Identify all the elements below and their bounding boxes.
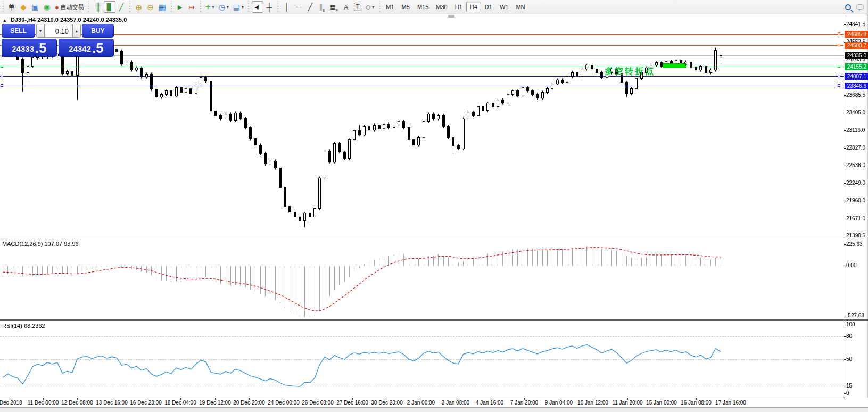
volume-increase-button[interactable]: ▲: [72, 24, 81, 38]
time-label: 2 Jan 00:00: [407, 400, 435, 406]
price-badge-23846.6: 23846.6: [845, 83, 868, 89]
price-chart-canvas[interactable]: [0, 0, 868, 412]
time-label: 12 Dec 08:00: [61, 400, 93, 406]
sell-price-pip: .5: [35, 41, 47, 55]
time-axis[interactable]: 7 Dec 201811 Dec 00:0012 Dec 08:0013 Dec…: [0, 398, 868, 407]
macd-tick-mark: [844, 316, 846, 316]
rsi-scale-label: 100: [846, 322, 868, 328]
price-badge-24685.8: 24685.8: [845, 31, 868, 38]
chart-title: ▲ DJ30-,H4 24310.0 24357.0 24240.0 24335…: [3, 17, 127, 23]
rsi-scale-label: 15: [846, 383, 868, 389]
time-label: 3 Jan 08:00: [442, 400, 469, 406]
mt4-window: 单◆▣◉●自动交易╫▊╱⊕⊖▦▶↦+▾◷▾▤▾➤┼│─╱∥E≣FAT◇▾M1M5…: [0, 0, 868, 412]
price-tick-mark: [844, 183, 846, 184]
rsi-scale-label: 50: [846, 356, 868, 362]
trade-panel: SELL ▼ ▲ BUY 24333 .5 24342 .5: [2, 24, 114, 57]
time-label: 13 Dec 16:00: [96, 400, 128, 406]
price-tick-mark: [844, 236, 846, 236]
consolidation-highlight[interactable]: [663, 63, 686, 68]
pane-separator[interactable]: [0, 238, 868, 238]
price-tick-label: 23405.0: [846, 110, 868, 116]
time-label: 20 Dec 20:00: [233, 400, 265, 406]
volume-decrease-button[interactable]: ▼: [36, 24, 45, 38]
rsi-tick-mark: [844, 336, 846, 337]
time-label: 9 Jan 04:00: [545, 400, 573, 406]
macd-tick-mark: [844, 244, 846, 245]
time-label: 18 Dec 04:00: [164, 400, 196, 406]
time-label: 7 Dec 2018: [0, 400, 22, 406]
window-splitter-handle[interactable]: [448, 15, 454, 18]
price-tick-label: 21671.0: [846, 216, 868, 222]
rsi-indicator-label: RSI(14) 68.2362: [2, 323, 45, 329]
time-label: 30 Dec 23:00: [371, 400, 403, 406]
price-tick-label: 22827.0: [846, 145, 868, 151]
buy-price[interactable]: 24342 .5: [59, 39, 114, 57]
time-label: 4 Jan 16:00: [476, 400, 503, 406]
time-label: 16 Dec 23:00: [130, 400, 162, 406]
time-label: 11 Jan 20:00: [612, 400, 642, 406]
pane-separator[interactable]: [0, 320, 868, 321]
volume-input[interactable]: [45, 24, 72, 38]
price-tick-mark: [844, 201, 846, 201]
price-tick-label: 23116.0: [846, 127, 868, 134]
price-tick-label: 24841.5: [846, 21, 868, 28]
time-label: 27 Dec 16:00: [336, 400, 368, 406]
rsi-tick-mark: [844, 393, 846, 394]
pane-separator[interactable]: [0, 237, 868, 237]
price-tick-label: 23685.5: [846, 92, 868, 98]
rsi-tick-mark: [844, 325, 846, 325]
buy-button[interactable]: BUY: [82, 24, 114, 38]
price-badge-24155.2: 24155.2: [845, 63, 868, 70]
macd-scale-label: -527.68: [846, 312, 868, 319]
price-badge-24500.7: 24500.7: [845, 42, 868, 49]
time-label: 17 Jan 16:00: [715, 400, 746, 406]
price-tick-label: 22538.0: [846, 162, 868, 169]
chart-ohlc-values: 24310.0 24357.0 24240.0 24335.0: [37, 17, 127, 23]
rsi-scale-label: 0: [846, 390, 868, 397]
collapse-icon[interactable]: ▲: [3, 18, 7, 23]
time-label: 11 Dec 00:00: [28, 400, 59, 406]
price-tick-mark: [844, 166, 846, 166]
buy-price-main: 24342: [69, 43, 91, 55]
macd-scale-label: 0.00: [846, 262, 868, 269]
time-label: 15 Jan 00:00: [646, 400, 677, 406]
time-label: 7 Jan 20:00: [510, 400, 538, 406]
sell-price[interactable]: 24333 .5: [2, 39, 57, 57]
price-badge-24007.1: 24007.1: [845, 73, 868, 80]
macd-tick-mark: [844, 266, 846, 266]
price-tick-mark: [844, 219, 846, 219]
price-tick-label: 21960.0: [846, 197, 868, 204]
price-tick-mark: [844, 148, 846, 149]
rsi-tick-mark: [844, 359, 846, 360]
time-label: 24 Dec 00:00: [268, 400, 300, 406]
price-tick-mark: [844, 130, 846, 131]
price-tick-mark: [844, 113, 846, 113]
time-label: 16 Jan 08:00: [681, 400, 712, 406]
annotation-text: 多空转折点: [605, 66, 655, 77]
price-tick-mark: [844, 60, 846, 60]
price-tick-mark: [844, 24, 846, 25]
pane-separator[interactable]: [0, 319, 868, 320]
price-tick-label: 22249.0: [846, 180, 868, 186]
sell-button[interactable]: SELL: [2, 24, 35, 38]
time-label: 19 Dec 12:00: [199, 400, 231, 406]
rsi-scale-label: 80: [846, 333, 868, 340]
time-label: 10 Jan 12:00: [577, 400, 608, 406]
price-tick-mark: [844, 95, 846, 96]
chart-symbol-period: DJ30-,H4: [11, 17, 36, 23]
current-price-badge: 24335.0: [845, 52, 868, 59]
macd-indicator-label: MACD(12,26,9) 107.07 93.96: [2, 241, 79, 247]
macd-scale-label: 225.63: [846, 241, 868, 248]
time-label: 26 Dec 08:00: [302, 400, 334, 406]
sell-price-main: 24333: [12, 43, 34, 55]
rsi-tick-mark: [844, 386, 846, 386]
buy-price-pip: .5: [92, 41, 104, 55]
